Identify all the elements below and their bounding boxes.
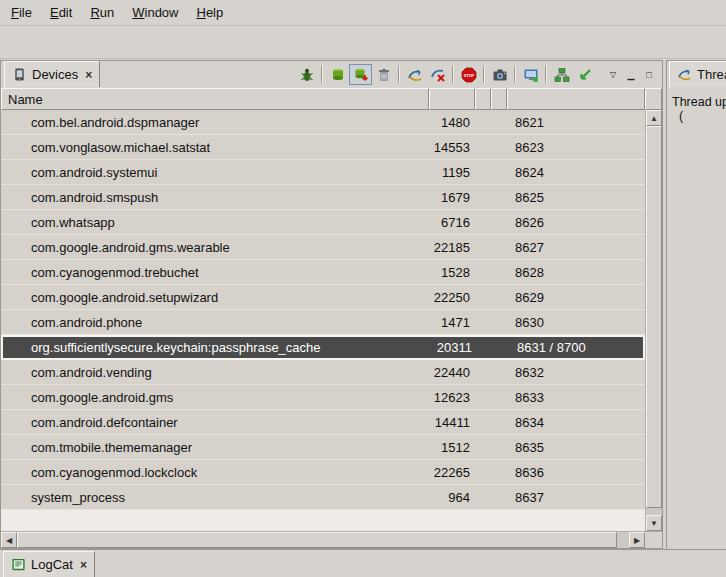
process-name: com.android.phone — [1, 315, 429, 330]
scroll-right-button[interactable]: ▶ — [629, 532, 645, 548]
screen-record-icon — [523, 67, 539, 83]
scroll-left-button[interactable]: ◀ — [1, 532, 17, 548]
stop-process-button[interactable]: STOP — [457, 64, 480, 85]
debug-process-button[interactable] — [295, 64, 318, 85]
process-port: 8633 — [507, 390, 645, 405]
dump-hprof-button[interactable] — [349, 64, 372, 85]
hprof-icon — [353, 67, 369, 83]
process-name: com.google.android.gms — [1, 390, 429, 405]
horizontal-scroll-thumb[interactable] — [17, 532, 617, 548]
table-row[interactable]: com.cyanogenmod.lockclock222658636 — [1, 460, 645, 485]
process-name: system_process — [1, 490, 429, 505]
screen-record-button[interactable] — [519, 64, 542, 85]
table-row[interactable]: com.whatsapp67168626 — [1, 210, 645, 235]
process-pid: 14553 — [429, 140, 475, 155]
process-name: com.android.systemui — [1, 165, 429, 180]
toolbar-separator — [514, 66, 516, 83]
column-header-name[interactable]: Name — [1, 88, 429, 110]
process-pid: 1195 — [429, 165, 475, 180]
column-header-blank1[interactable] — [475, 88, 491, 110]
pixel-perfect-button[interactable] — [573, 64, 596, 85]
process-port: 8624 — [507, 165, 645, 180]
table-row-selected[interactable]: org.sufficientlysecure.keychain:passphra… — [1, 335, 645, 360]
minimize-button[interactable]: ▁ — [622, 66, 640, 84]
menu-window[interactable]: Window — [123, 0, 187, 25]
tab-threads[interactable]: Threads — [669, 61, 726, 87]
scroll-up-button[interactable]: ▲ — [646, 110, 662, 126]
process-name: com.google.android.setupwizard — [1, 290, 429, 305]
close-icon[interactable]: × — [85, 68, 92, 82]
pixel-perfect-icon — [577, 67, 593, 83]
menu-run[interactable]: Run — [81, 0, 123, 25]
table-row[interactable]: com.cyanogenmod.trebuchet15288628 — [1, 260, 645, 285]
process-pid: 14411 — [429, 415, 475, 430]
camera-icon — [492, 67, 508, 83]
menu-file[interactable]: File — [2, 0, 41, 25]
close-icon[interactable]: × — [80, 558, 87, 572]
table-row[interactable]: com.vonglasow.michael.satstat145538623 — [1, 135, 645, 160]
maximize-button[interactable]: □ — [640, 66, 658, 84]
cause-gc-button[interactable] — [372, 64, 395, 85]
stop-method-profiling-button[interactable] — [426, 64, 449, 85]
process-pid: 1512 — [429, 440, 475, 455]
hierarchy-icon — [554, 67, 570, 83]
tab-devices[interactable]: Devices × — [4, 61, 100, 87]
process-pid: 12623 — [429, 390, 475, 405]
process-pid: 22265 — [429, 465, 475, 480]
scroll-down-button[interactable]: ▼ — [646, 515, 662, 531]
table-row[interactable]: com.google.android.gms126238633 — [1, 385, 645, 410]
devices-tabbar: Devices × — [1, 61, 662, 88]
process-pid: 1679 — [429, 190, 475, 205]
process-port: 8625 — [507, 190, 645, 205]
table-row[interactable]: com.android.defcontainer144118634 — [1, 410, 645, 435]
column-header-pid[interactable] — [429, 88, 475, 110]
process-name: com.vonglasow.michael.satstat — [1, 140, 429, 155]
process-port: 8626 — [507, 215, 645, 230]
table-row[interactable]: com.android.phone14718630 — [1, 310, 645, 335]
column-header-blank2[interactable] — [491, 88, 507, 110]
vertical-scroll-thumb[interactable] — [646, 126, 662, 508]
tab-logcat[interactable]: LogCat × — [3, 551, 95, 577]
threads-message-line2: ( — [672, 109, 726, 123]
threads-message-line1: Thread up — [672, 95, 726, 109]
update-threads-button[interactable] — [403, 64, 426, 85]
table-row[interactable]: com.google.android.gms.wearable221858627 — [1, 235, 645, 260]
process-port: 8637 — [507, 490, 645, 505]
process-port: 8628 — [507, 265, 645, 280]
toolbar-separator — [483, 66, 485, 83]
threads-icon — [677, 67, 692, 82]
column-header-port[interactable] — [507, 88, 645, 110]
table-row[interactable]: com.android.smspush16798625 — [1, 185, 645, 210]
toolbar-separator — [321, 66, 323, 83]
heap-icon — [330, 67, 346, 83]
toolbar-separator — [398, 66, 400, 83]
minimize-icon: ▁ — [628, 70, 635, 80]
process-pid: 964 — [429, 490, 475, 505]
threads-panel: Threads Thread up ( — [666, 60, 726, 549]
table-row[interactable]: com.android.systemui11958624 — [1, 160, 645, 185]
table-row[interactable]: com.tmobile.thememanager15128635 — [1, 435, 645, 460]
arrow-right-icon: ▶ — [634, 536, 640, 545]
device-icon — [12, 67, 27, 82]
process-name: com.tmobile.thememanager — [1, 440, 429, 455]
threads-tabbar: Threads — [667, 61, 726, 88]
table-row[interactable]: system_process9648637 — [1, 485, 645, 510]
process-port: 8627 — [507, 240, 645, 255]
table-row[interactable]: com.google.android.setupwizard222508629 — [1, 285, 645, 310]
bug-icon — [299, 67, 315, 83]
process-port: 8630 — [507, 315, 645, 330]
menu-edit[interactable]: Edit — [41, 0, 81, 25]
update-heap-button[interactable] — [326, 64, 349, 85]
logcat-bar: LogCat × — [0, 549, 726, 577]
screen-capture-button[interactable] — [488, 64, 511, 85]
menu-help[interactable]: Help — [187, 0, 232, 25]
process-name: org.sufficientlysecure.keychain:passphra… — [3, 340, 431, 355]
view-menu-button[interactable]: ▽ — [604, 66, 622, 84]
hierarchy-view-button[interactable] — [550, 64, 573, 85]
table-row[interactable]: com.bel.android.dspmanager14808621 — [1, 110, 645, 135]
table-row[interactable]: com.android.vending224408632 — [1, 360, 645, 385]
vertical-scrollbar[interactable]: ▲ ▼ — [645, 110, 662, 531]
horizontal-scrollbar[interactable]: ◀ ▶ — [1, 531, 645, 548]
maximize-icon: □ — [646, 70, 651, 80]
process-name: com.google.android.gms.wearable — [1, 240, 429, 255]
